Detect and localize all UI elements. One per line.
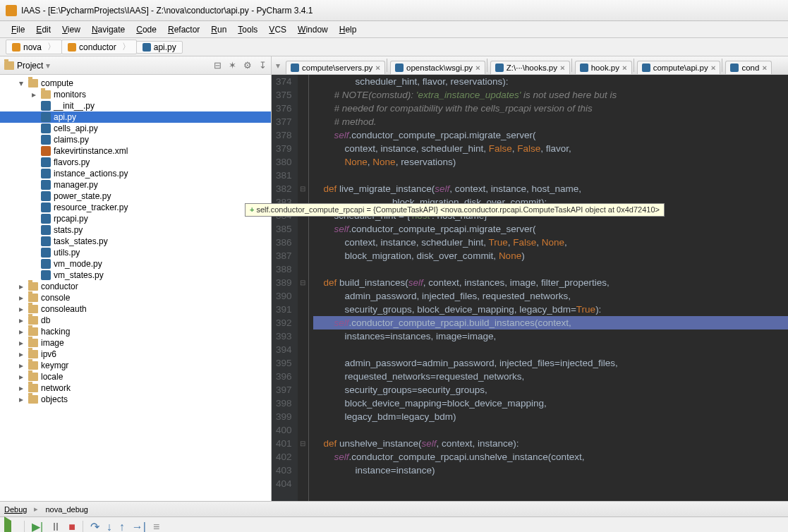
tree-item[interactable]: ▸consoleauth (0, 303, 271, 315)
close-tab-icon[interactable]: × (475, 64, 480, 72)
python-file-icon (730, 64, 739, 72)
step-into-button[interactable]: ↓ (107, 521, 112, 533)
evaluate-button[interactable]: ≡ (153, 521, 159, 533)
tree-twisty-icon[interactable]: ▸ (17, 383, 25, 393)
tree-item[interactable]: utils.py (0, 247, 271, 258)
more-settings-icon[interactable]: ⚙ (243, 60, 252, 71)
menu-item-tools[interactable]: Tools (232, 25, 263, 35)
tree-item[interactable]: ▸objects (0, 394, 271, 405)
project-title[interactable]: Project (17, 61, 43, 71)
tree-item[interactable]: stats.py (0, 224, 271, 236)
tab-label: openstack\wsgi.py (406, 64, 473, 72)
editor-tab[interactable]: compute\servers.py× (286, 61, 385, 74)
menu-item-edit[interactable]: Edit (30, 25, 56, 35)
tree-item[interactable]: ▸image (0, 337, 271, 349)
tree-item[interactable]: ▸db (0, 315, 271, 326)
folder-icon (4, 61, 14, 70)
pause-button[interactable]: ⏸ (50, 521, 61, 533)
editor-tab[interactable]: Z:\···\hooks.py× (490, 61, 570, 74)
tree-item[interactable]: ▾compute (0, 78, 271, 89)
tree-item[interactable]: api.py (0, 111, 271, 123)
code-content[interactable]: scheduler_hint, flavor, reservations): #… (309, 75, 788, 501)
tree-twisty-icon[interactable]: ▸ (17, 394, 25, 404)
tree-item-label: locale (41, 372, 63, 382)
tree-item-label: power_state.py (54, 191, 111, 201)
tree-item[interactable]: ▸monitors (0, 89, 271, 100)
tree-twisty-icon[interactable]: ▸ (30, 90, 38, 99)
menu-item-run[interactable]: Run (205, 25, 232, 35)
editor-tab[interactable]: cond× (725, 61, 772, 74)
fold-column[interactable]: ⊟⊟⊟ (298, 75, 309, 501)
code-editor[interactable]: 3743753763773783793803813823833843853863… (272, 75, 788, 501)
debug-tab[interactable]: Debug (4, 505, 27, 514)
editor-tab[interactable]: hook.py× (575, 61, 632, 74)
close-tab-icon[interactable]: × (762, 64, 767, 72)
run-to-cursor-button[interactable]: →| (132, 521, 146, 533)
divider (24, 521, 25, 533)
tree-item[interactable]: ▸hacking (0, 326, 271, 337)
collapse-all-icon[interactable]: ⊟ (214, 60, 222, 71)
tree-twisty-icon[interactable]: ▾ (17, 78, 25, 88)
stop-button[interactable]: ■ (68, 521, 75, 533)
breadcrumb-item[interactable]: conductor (61, 40, 137, 54)
tree-twisty-icon[interactable]: ▸ (17, 338, 25, 348)
resume-button[interactable]: ▶| (32, 520, 43, 532)
tree-twisty-icon[interactable]: ▸ (17, 282, 25, 291)
close-tab-icon[interactable]: × (711, 64, 716, 72)
project-tree[interactable]: ▾compute▸monitors__init__.pyapi.pycells_… (0, 75, 271, 501)
tree-item[interactable]: vm_mode.py (0, 258, 271, 270)
tree-item[interactable]: resource_tracker.py (0, 202, 271, 213)
tree-item[interactable]: power_state.py (0, 191, 271, 202)
tree-item[interactable]: ▸conductor (0, 281, 271, 292)
tree-item[interactable]: ▸network (0, 382, 271, 394)
rerun-button[interactable] (4, 521, 17, 533)
step-out-button[interactable]: ↑ (119, 521, 125, 533)
tree-item[interactable]: fakevirtinstance.xml (0, 145, 271, 157)
menu-item-window[interactable]: Window (292, 25, 334, 35)
breadcrumb-item[interactable]: api.py (136, 41, 183, 54)
tree-twisty-icon[interactable]: ▸ (17, 361, 25, 370)
close-tab-icon[interactable]: × (622, 64, 627, 72)
menu-item-code[interactable]: Code (131, 25, 162, 35)
tree-twisty-icon[interactable]: ▸ (17, 327, 25, 337)
python-file-icon (41, 202, 51, 212)
tree-item[interactable]: ▸console (0, 292, 271, 303)
tree-item[interactable]: flavors.py (0, 157, 271, 168)
menu-item-view[interactable]: View (56, 25, 86, 35)
settings-icon[interactable]: ✶ (229, 60, 236, 71)
tree-item[interactable]: cells_api.py (0, 123, 271, 134)
python-file-icon (41, 101, 51, 111)
tree-item[interactable]: task_states.py (0, 236, 271, 247)
tree-item[interactable]: ▸locale (0, 371, 271, 382)
tree-item[interactable]: ▸ipv6 (0, 349, 271, 360)
editor-tab[interactable]: compute\api.py× (637, 61, 721, 74)
tree-twisty-icon[interactable]: ▸ (17, 372, 25, 382)
menu-item-refactor[interactable]: Refactor (162, 25, 205, 35)
menu-item-help[interactable]: Help (334, 25, 363, 35)
menu-item-navigate[interactable]: Navigate (86, 25, 131, 35)
tree-item[interactable]: vm_states.py (0, 270, 271, 281)
tab-dropdown-icon[interactable]: ▾ (272, 61, 284, 71)
tree-item[interactable]: rpcapi.py (0, 213, 271, 224)
breadcrumb-item[interactable]: nova (6, 40, 62, 54)
tree-twisty-icon[interactable]: ▸ (17, 349, 25, 359)
python-file-icon (41, 112, 51, 122)
menu-item-file[interactable]: File (6, 25, 30, 35)
tree-twisty-icon[interactable]: ▸ (17, 293, 25, 303)
step-over-button[interactable]: ↷ (90, 520, 99, 532)
python-file-icon (41, 123, 51, 133)
close-tab-icon[interactable]: × (560, 64, 565, 72)
tree-item[interactable]: instance_actions.py (0, 168, 271, 179)
debug-config-label[interactable]: nova_debug (45, 505, 88, 514)
tree-twisty-icon[interactable]: ▸ (17, 315, 25, 325)
tree-item[interactable]: __init__.py (0, 100, 271, 111)
menu-item-vcs[interactable]: VCS (263, 25, 292, 35)
tree-twisty-icon[interactable]: ▸ (17, 304, 25, 314)
hide-icon[interactable]: ↧ (259, 60, 267, 71)
tree-item[interactable]: manager.py (0, 179, 271, 191)
tree-item[interactable]: claims.py (0, 134, 271, 145)
editor-tab[interactable]: openstack\wsgi.py× (390, 61, 485, 74)
tree-item[interactable]: ▸keymgr (0, 360, 271, 371)
close-tab-icon[interactable]: × (375, 64, 380, 72)
dropdown-icon[interactable]: ▾ (46, 61, 50, 71)
